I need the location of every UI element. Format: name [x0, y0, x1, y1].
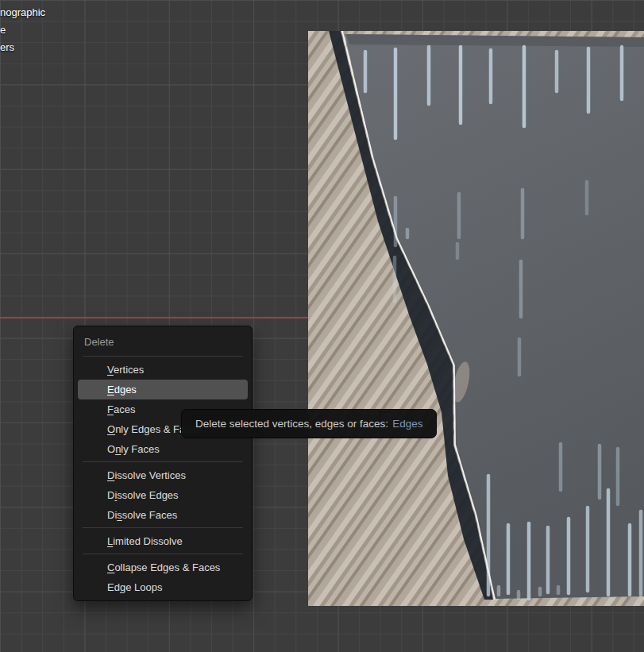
menu-item-dissolve-vertices[interactable]: Dissolve Vertices — [78, 465, 248, 485]
menu-item-edge-loops[interactable]: Edge Loops — [78, 577, 248, 597]
menu-item-dissolve-edges[interactable]: Dissolve Edges — [78, 485, 248, 505]
object-name-overlay: e — [0, 24, 6, 36]
grid-x-axis-line — [0, 317, 308, 318]
menu-separator — [83, 461, 243, 462]
menu-item-collapse-edges-faces[interactable]: Collapse Edges & Faces — [78, 557, 248, 577]
menu-separator — [83, 554, 243, 554]
menu-item-vertices[interactable]: Vertices — [78, 360, 248, 380]
menu-title: Delete — [74, 329, 252, 353]
menu-item-limited-dissolve[interactable]: Limited Dissolve — [78, 531, 248, 551]
tooltip-value: Edges — [392, 418, 422, 430]
textured-mesh-render[interactable] — [308, 31, 644, 606]
menu-item-dissolve-faces[interactable]: Dissolve Faces — [78, 505, 248, 525]
view-name-overlay: nographic — [0, 6, 45, 18]
blender-3d-viewport: { "viewport": { "overlay_lines": ["nogra… — [0, 0, 644, 652]
delete-context-menu: Delete VerticesEdgesFacesOnly Edges & Fa… — [73, 326, 253, 601]
tooltip-text: Delete selected vertices, edges or faces… — [195, 418, 388, 430]
menu-item-only-faces[interactable]: Only Faces — [78, 439, 248, 459]
tooltip: Delete selected vertices, edges or faces… — [181, 409, 437, 438]
menu-separator — [83, 356, 243, 357]
units-overlay: ers — [0, 41, 14, 53]
menu-item-edges[interactable]: Edges — [78, 380, 248, 399]
menu-separator — [83, 527, 243, 528]
